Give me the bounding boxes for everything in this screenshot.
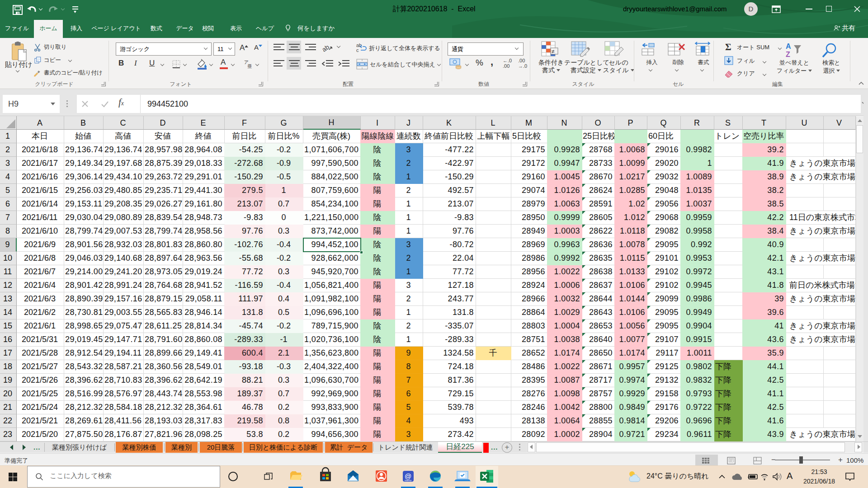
svg-text:A: A <box>786 42 791 50</box>
svg-text:menu: menu <box>405 479 411 482</box>
svg-text:Z: Z <box>786 51 790 58</box>
